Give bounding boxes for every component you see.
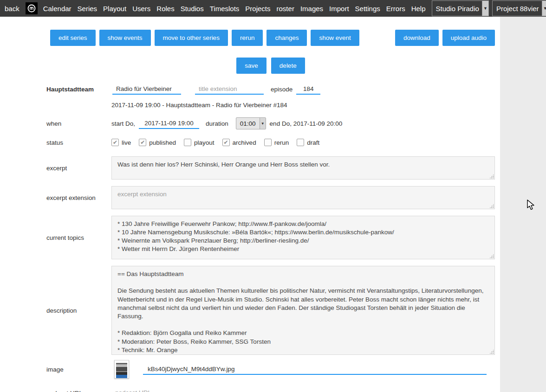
end-datetime-label: end Do, 2017-11-09 20:00 [270,120,343,127]
episode-summary-line: 2017-11-09 19:00 - Hauptstadtteam - Radi… [111,102,495,109]
title-row: Hauptstadtteam episode [46,84,495,95]
project-select[interactable]: Project 88vier ▼ [492,0,546,16]
podcast-url-input[interactable] [111,387,488,392]
toolbar: edit series show events move to other se… [46,30,495,46]
image-label: image [46,366,111,373]
nav-item-help[interactable]: Help [411,5,426,13]
nav-item-roster[interactable]: roster [277,5,294,13]
checkbox-draft-box[interactable] [297,139,304,146]
nav-item-timeslots[interactable]: Timeslots [210,5,240,13]
main-content: edit series show events move to other se… [0,17,500,392]
logo-glyph [27,4,36,13]
thumbnail-artwork [116,362,127,375]
checkbox-rerun[interactable]: rerun [264,139,289,146]
nav-item-roles[interactable]: Roles [156,5,174,13]
checkbox-playout-label: playout [194,139,214,146]
top-nav: back Calendar Series Playout Users Roles… [0,0,546,17]
episode-input[interactable] [296,84,320,95]
description-label: description [46,307,111,314]
checkbox-archived-box[interactable] [222,139,230,146]
title-input[interactable] [112,84,181,95]
thumbnail-band [116,375,127,378]
changes-button[interactable]: changes [266,30,307,46]
episode-image-thumbnail[interactable] [114,360,129,379]
start-datetime-input[interactable] [139,118,199,129]
save-delete-row: save delete [46,58,495,74]
checkbox-published-box[interactable] [139,139,146,146]
description-textarea[interactable]: == Das Hauptstadtteam Die Sendung besteh… [111,266,495,355]
nav-item-calendar[interactable]: Calendar [43,5,72,13]
nav-item-users[interactable]: Users [132,5,150,13]
edit-series-button[interactable]: edit series [50,30,96,46]
move-to-other-series-button[interactable]: move to other series [155,30,228,46]
nav-back[interactable]: back [5,5,20,13]
duration-label: duration [206,120,228,127]
duration-select-value: 01:00 [236,120,260,127]
nav-item-images[interactable]: Images [300,5,323,13]
current-topics-textarea[interactable]: * 130 Jahre Freiwillige Feuerwehr Pankow… [111,216,495,259]
checkbox-archived[interactable]: archived [222,139,256,146]
status-row: status live published playout archived [46,139,495,146]
toolbar-right-group: download upload audio [395,30,495,46]
studio-select-value: Studio Piradio [432,5,482,13]
excerpt-extension-label: excerpt extension [46,194,111,201]
podcast-url-row: podcast URL [46,387,495,392]
excerpt-row: excerpt Was ist denn hier los? Herr Schi… [46,156,495,180]
duration-select[interactable]: 01:00 ▼ [236,117,266,129]
chevron-down-icon: ▼ [542,1,546,16]
status-label: status [46,139,111,146]
upload-audio-button[interactable]: upload audio [442,30,495,46]
checkbox-draft-label: draft [307,139,319,146]
checkbox-archived-label: archived [233,139,256,146]
nav-item-studios[interactable]: Studios [181,5,204,13]
checkbox-published[interactable]: published [139,139,176,146]
nav-item-projects[interactable]: Projects [245,5,270,13]
excerpt-extension-textarea[interactable] [111,186,495,209]
chevron-down-icon: ▼ [260,118,266,129]
checkbox-live[interactable]: live [111,139,131,146]
checkbox-published-label: published [149,139,176,146]
checkbox-playout-box[interactable] [184,139,191,146]
image-row: image [46,359,495,380]
excerpt-label: excerpt [46,165,111,172]
start-label: start Do, [111,120,135,127]
when-row: when start Do, duration 01:00 ▼ end Do, … [46,117,495,129]
toolbar-left-group: edit series show events move to other se… [50,30,359,46]
series-name-label: Hauptstadtteam [46,86,111,93]
download-button[interactable]: download [395,30,439,46]
nav-item-series[interactable]: Series [78,5,98,13]
checkbox-rerun-label: rerun [274,139,289,146]
episode-label: episode [271,86,292,93]
nav-item-playout[interactable]: Playout [103,5,126,13]
checkbox-live-box[interactable] [111,139,119,146]
checkbox-playout[interactable]: playout [184,139,214,146]
nav-item-settings[interactable]: Settings [355,5,380,13]
current-topics-row: current topics * 130 Jahre Freiwillige F… [46,216,495,259]
delete-button[interactable]: delete [271,58,305,74]
excerpt-extension-row: excerpt extension [46,186,495,209]
checkbox-live-label: live [122,139,131,146]
studio-select[interactable]: Studio Piradio ▼ [432,0,489,16]
when-label: when [46,120,111,127]
image-filename-input[interactable] [143,364,487,375]
description-row: description == Das Hauptstadtteam Die Se… [46,266,495,355]
chevron-down-icon: ▼ [482,1,488,16]
excerpt-textarea[interactable]: Was ist denn hier los? Herr Schinski, He… [111,156,495,180]
rerun-button[interactable]: rerun [232,30,263,46]
project-select-value: Project 88vier [493,5,542,13]
show-events-button[interactable]: show events [99,30,151,46]
piradio-logo-icon[interactable] [26,2,38,14]
nav-item-import[interactable]: Import [329,5,349,13]
checkbox-rerun-box[interactable] [264,139,272,146]
title-extension-input[interactable] [195,84,264,95]
show-event-button[interactable]: show event [311,30,359,46]
right-gutter [500,17,546,392]
save-button[interactable]: save [236,58,266,74]
podcast-url-label: podcast URL [46,390,111,392]
nav-item-errors[interactable]: Errors [386,5,405,13]
current-topics-label: current topics [46,234,111,241]
checkbox-draft[interactable]: draft [297,139,319,146]
